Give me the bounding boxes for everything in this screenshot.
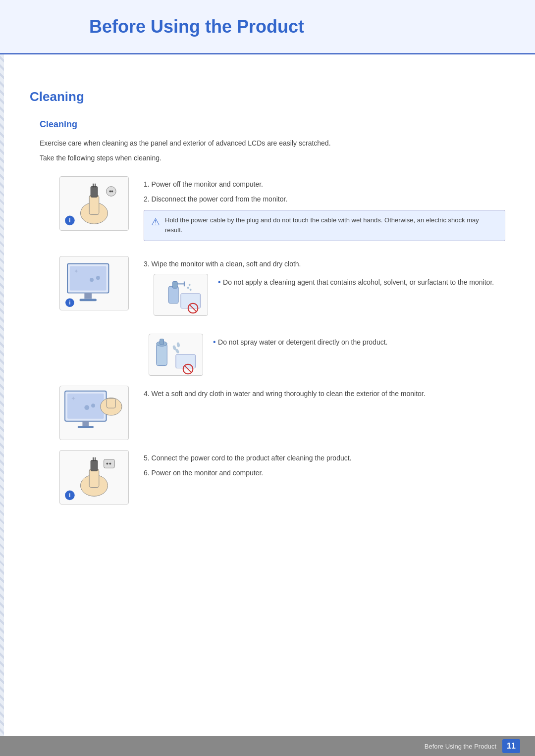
illustration-wet-cloth: ✦ [60, 386, 128, 440]
svg-text:i: i [69, 300, 70, 305]
svg-point-33 [176, 342, 180, 348]
bullet-block-2-wrapper: Do not spray water or detergent directly… [40, 334, 505, 376]
step-image-3: ✦ i [59, 256, 129, 310]
step-image-56: i [59, 450, 129, 504]
svg-text:i: i [69, 217, 70, 223]
step-line-4-1: 4. Wet a soft and dry cloth in water and… [144, 388, 505, 399]
svg-point-45 [84, 405, 89, 410]
svg-rect-49 [91, 460, 98, 471]
step-block-1: i 1. Power off the monitor and computer.… [40, 176, 505, 246]
svg-point-25 [189, 284, 191, 286]
svg-rect-41 [78, 426, 94, 428]
svg-rect-43 [107, 398, 116, 408]
warning-text: Hold the power cable by the plug and do … [165, 215, 498, 236]
step-line-1-2: 2. Disconnect the power cord from the mo… [144, 194, 505, 204]
page-header: Before Using the Product [0, 0, 535, 64]
footer-text: Before Using the Product [425, 743, 496, 750]
step-line-5-1: 5. Connect the power cord to the product… [144, 453, 505, 463]
step-text-3: 3. Wipe the monitor with a clean, soft a… [144, 256, 505, 323]
svg-rect-12 [84, 293, 92, 299]
main-content: Cleaning Cleaning Exercise care when cle… [0, 79, 535, 554]
illustration-wipe-monitor: ✦ i [60, 256, 128, 310]
svg-point-6 [109, 190, 111, 192]
svg-rect-20 [172, 281, 177, 288]
svg-point-46 [91, 403, 95, 407]
page-footer: Before Using the Product 11 [0, 736, 535, 756]
svg-text:✦: ✦ [71, 395, 76, 402]
bullet-image-2 [149, 334, 203, 376]
illustration-power-off: i [60, 177, 128, 230]
footer-page-number: 11 [502, 739, 520, 753]
intro-text-1: Exercise care when cleaning as the panel… [40, 138, 505, 149]
svg-rect-2 [91, 186, 98, 197]
step-line-1-1: 1. Power off the monitor and computer. [144, 179, 505, 190]
svg-rect-40 [82, 421, 89, 426]
step-block-56: i 5. Connect the power cord to the produ… [40, 450, 505, 504]
bullet-image-1 [154, 274, 208, 316]
svg-rect-52 [104, 459, 115, 468]
svg-text:i: i [69, 492, 70, 498]
svg-point-16 [96, 276, 100, 280]
warning-icon: ⚠ [151, 216, 160, 228]
page-title: Before Using the Product [0, 0, 535, 54]
step-text-4: 4. Wet a soft and dry cloth in water and… [144, 386, 505, 403]
illustration-no-agent [154, 274, 208, 316]
svg-point-54 [109, 462, 111, 464]
step-image-1: i [59, 176, 129, 231]
illustration-power-on: i [60, 451, 128, 504]
bullet-text-2: Do not spray water or detergent directly… [213, 334, 505, 349]
bullet-block-1: Do not apply a cleaning agent that conta… [144, 274, 505, 316]
content-section: Exercise care when cleaning as the panel… [30, 138, 505, 504]
svg-point-15 [90, 278, 94, 282]
step-text-56: 5. Connect the power cord to the product… [144, 450, 505, 483]
section-heading: Cleaning [30, 89, 505, 104]
svg-point-24 [190, 289, 192, 291]
svg-rect-1 [89, 195, 99, 214]
sub-heading: Cleaning [30, 119, 505, 130]
step-line-6-1: 6. Power on the monitor and computer. [144, 467, 505, 478]
step-image-4: ✦ [59, 386, 129, 440]
step-text-1: 1. Power off the monitor and computer. 2… [144, 176, 505, 246]
warning-box-1: ⚠ Hold the power cable by the plug and d… [144, 210, 505, 242]
svg-rect-13 [80, 299, 97, 302]
stripe-decoration [0, 0, 4, 756]
illustration-no-spray [149, 334, 203, 376]
intro-text-2: Take the following steps when cleaning. [40, 152, 505, 163]
bullet-text-1: Do not apply a cleaning agent that conta… [218, 274, 505, 289]
svg-text:✦: ✦ [74, 268, 79, 275]
svg-rect-29 [157, 344, 167, 365]
svg-point-53 [107, 462, 108, 464]
svg-point-23 [187, 287, 189, 289]
svg-point-7 [111, 190, 113, 192]
step-line-3-1: 3. Wipe the monitor with a clean, soft a… [144, 258, 505, 269]
svg-rect-19 [168, 286, 178, 303]
svg-rect-48 [89, 469, 99, 487]
svg-rect-31 [160, 339, 164, 345]
step-block-4: ✦ 4. Wet a soft and dry cloth in water a… [40, 386, 505, 440]
step-block-3: ✦ i 3. Wipe the monitor with a clean, so… [40, 256, 505, 323]
